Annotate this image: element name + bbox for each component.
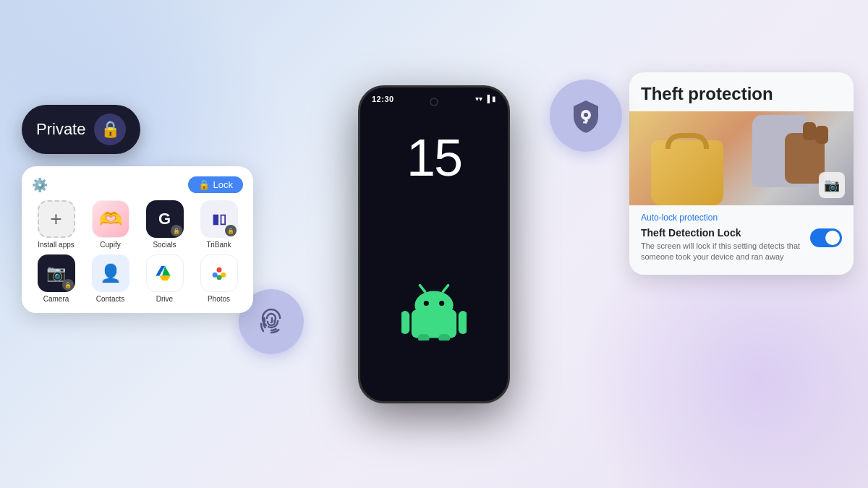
app-grid: + Install apps 🫶 Cupify G 🔒 Socials ▮▯ 🔒… [32, 200, 243, 303]
svg-point-18 [584, 113, 588, 117]
svg-rect-11 [459, 311, 467, 334]
svg-point-5 [414, 291, 453, 319]
theft-protection-panel: Theft protection 📷 Auto-lock protection … [629, 72, 854, 275]
app-item-drive[interactable]: Drive [140, 254, 189, 303]
app-icon-install: + [38, 200, 75, 238]
app-item-contacts[interactable]: 👤 Contacts [86, 254, 135, 303]
theft-illustration: 📷 [629, 111, 854, 205]
svg-rect-10 [401, 311, 409, 334]
app-icon-socials: G 🔒 [146, 200, 184, 238]
svg-point-1 [221, 273, 226, 278]
bag-body [651, 140, 723, 205]
app-item-tribank[interactable]: ▮▯ 🔒 TriBank [195, 200, 243, 249]
svg-point-7 [439, 300, 444, 305]
app-icon-camera: 📷 🔒 [38, 254, 75, 292]
theft-detection-desc: The screen will lock if this setting det… [641, 241, 803, 263]
svg-rect-17 [586, 120, 588, 122]
theft-shield-circle [550, 80, 622, 152]
app-grid-header: ⚙️ 🔒 Lock [32, 176, 243, 193]
app-label-camera: Camera [43, 295, 69, 303]
lock-badge-tribank: 🔒 [225, 225, 237, 236]
app-icon-drive [146, 254, 184, 292]
svg-line-9 [443, 285, 448, 291]
shield-key-icon [566, 96, 605, 135]
theft-detection-title: Theft Detection Lock [641, 227, 803, 239]
lock-icon-small: 🔒 [198, 179, 210, 190]
status-icons: ▾▾ ▐ ▮ [475, 95, 496, 103]
app-icon-contacts: 👤 [92, 254, 129, 292]
private-lock-icon: 🔒 [94, 114, 126, 145]
svg-rect-13 [438, 334, 450, 341]
wifi-icon: ▾▾ [475, 95, 482, 103]
bag-strap [665, 133, 709, 149]
fingerprint-icon [255, 305, 288, 338]
theft-detection-row: Theft Detection Lock The screen will loc… [641, 227, 842, 263]
android-mascot [401, 283, 467, 343]
phone-body: 12:30 ▾▾ ▐ ▮ 15 [358, 85, 510, 403]
app-item-cupify[interactable]: 🫶 Cupify [86, 200, 135, 249]
clock-display: 15 [407, 128, 461, 187]
theft-detection-toggle[interactable] [810, 228, 842, 247]
phone-camera [430, 98, 438, 106]
svg-point-0 [216, 267, 221, 273]
svg-point-6 [424, 300, 429, 305]
app-item-install[interactable]: + Install apps [32, 200, 80, 249]
photo-camera-badge: 📷 [819, 172, 845, 198]
app-label-contacts: Contacts [96, 295, 124, 303]
lock-button[interactable]: 🔒 Lock [188, 176, 243, 193]
lock-button-label: Lock [213, 179, 233, 190]
app-item-photos[interactable]: Photos [195, 254, 243, 303]
app-icon-cupify: 🫶 [92, 200, 129, 238]
theft-panel-body: Auto-lock protection Theft Detection Loc… [629, 205, 854, 275]
gear-icon[interactable]: ⚙️ [32, 177, 48, 193]
finger-2 [803, 122, 816, 140]
auto-lock-label: Auto-lock protection [641, 213, 842, 223]
app-icon-photos [200, 254, 238, 292]
app-grid-panel: ⚙️ 🔒 Lock + Install apps 🫶 Cupify G 🔒 So… [22, 166, 253, 313]
app-label-tribank: TriBank [206, 241, 231, 249]
app-label-install: Install apps [38, 241, 75, 249]
signal-icon: ▐ [485, 95, 490, 103]
svg-rect-12 [418, 334, 430, 341]
phone: 12:30 ▾▾ ▐ ▮ 15 [358, 85, 510, 403]
phone-screen: 12:30 ▾▾ ▐ ▮ 15 [360, 87, 508, 401]
app-item-socials[interactable]: G 🔒 Socials [140, 200, 189, 249]
svg-line-8 [420, 285, 425, 291]
app-label-socials: Socials [153, 241, 176, 249]
app-icon-tribank: ▮▯ 🔒 [200, 200, 238, 238]
lock-badge-socials: 🔒 [171, 225, 182, 236]
theft-image-content: 📷 [629, 111, 854, 205]
app-item-camera[interactable]: 📷 🔒 Camera [32, 254, 80, 303]
theft-detection-info: Theft Detection Lock The screen will loc… [641, 227, 803, 263]
private-mode-pill[interactable]: Private 🔒 [22, 105, 140, 154]
toggle-knob [825, 231, 840, 245]
app-label-photos: Photos [208, 295, 230, 303]
finger-1 [815, 126, 828, 144]
app-label-drive: Drive [156, 295, 173, 303]
battery-icon: ▮ [492, 95, 496, 103]
lock-badge-camera: 🔒 [62, 279, 74, 291]
svg-point-2 [216, 275, 221, 280]
private-label: Private [36, 120, 85, 139]
svg-point-3 [212, 273, 217, 278]
svg-rect-16 [583, 121, 585, 124]
status-time: 12:30 [372, 95, 394, 103]
theft-panel-title: Theft protection [629, 72, 854, 111]
app-label-cupify: Cupify [100, 241, 120, 249]
